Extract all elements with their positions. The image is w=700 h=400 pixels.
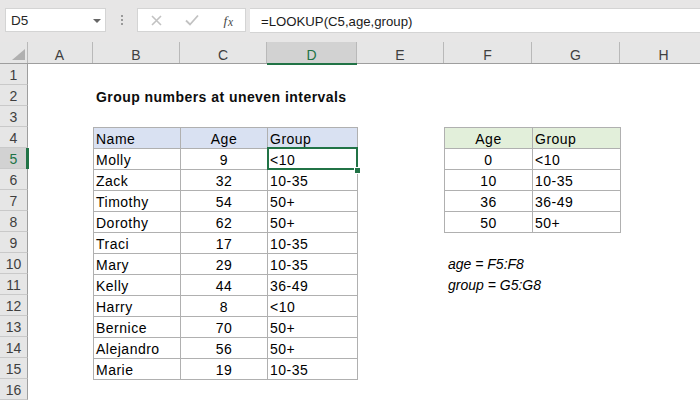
svg-text:x: x (227, 16, 234, 28)
